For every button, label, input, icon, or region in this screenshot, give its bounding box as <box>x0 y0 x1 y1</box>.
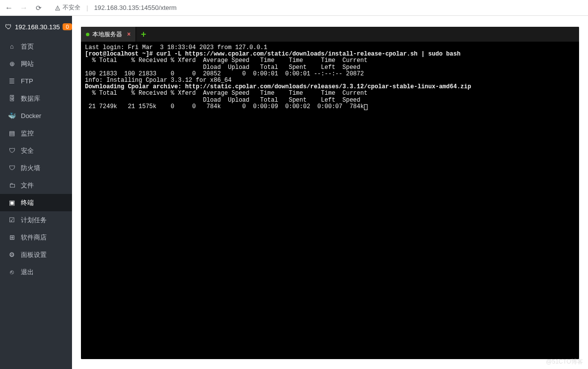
calendar-icon: ☑ <box>8 216 16 224</box>
sidebar-item-label: 防火墙 <box>21 164 40 173</box>
chart-icon: ▤ <box>8 129 16 137</box>
sidebar-item-label: 面板设置 <box>21 250 47 259</box>
watermark: @51CTO博客 <box>546 358 583 366</box>
server-icon: ☰ <box>8 77 16 85</box>
sidebar-item-db[interactable]: 🗄数据库 <box>0 90 72 107</box>
content-area: 本地服务器 × + Last login: Fri Mar 3 18:33:04… <box>72 16 588 369</box>
sidebar-item-label: 首页 <box>21 42 34 51</box>
terminal-tab-bar: 本地服务器 × + <box>81 27 579 42</box>
back-button[interactable]: ← <box>4 3 14 12</box>
sidebar-item-label: 终端 <box>21 198 34 207</box>
sidebar-item-grid[interactable]: ⊞软件商店 <box>0 229 72 246</box>
sidebar: 🛡 192.168.30.135 0 ⌂首页⊕网站☰FTP🗄数据库🐳Docker… <box>0 16 72 369</box>
home-icon: ⌂ <box>8 43 16 50</box>
shield-icon: 🛡 <box>8 147 16 154</box>
sidebar-badge[interactable]: 0 <box>63 23 72 30</box>
security-indicator[interactable]: 不安全 <box>55 3 80 12</box>
sidebar-item-label: 监控 <box>21 129 34 138</box>
sidebar-item-label: 网站 <box>21 60 34 68</box>
sidebar-item-label: 计划任务 <box>21 216 47 225</box>
forward-button[interactable]: → <box>19 3 29 12</box>
sidebar-header: 🛡 192.168.30.135 0 <box>0 16 72 38</box>
sidebar-item-calendar[interactable]: ☑计划任务 <box>0 211 72 229</box>
sidebar-item-label: FTP <box>21 77 33 85</box>
sidebar-item-docker[interactable]: 🐳Docker <box>0 107 72 124</box>
url-display[interactable]: 192.168.30.135:14550/xterm <box>94 4 176 11</box>
terminal-tab[interactable]: 本地服务器 × <box>81 27 136 42</box>
sidebar-item-label: Docker <box>21 112 41 120</box>
sidebar-item-shield[interactable]: 🛡安全 <box>0 142 72 159</box>
sidebar-item-folder[interactable]: 🗀文件 <box>0 177 72 194</box>
sidebar-item-home[interactable]: ⌂首页 <box>0 38 72 55</box>
terminal-icon: ▣ <box>8 199 16 206</box>
sidebar-item-globe[interactable]: ⊕网站 <box>0 55 72 72</box>
sidebar-item-label: 文件 <box>21 181 34 190</box>
close-tab-icon[interactable]: × <box>127 31 131 38</box>
reload-button[interactable]: ⟳ <box>34 4 44 12</box>
grid-icon: ⊞ <box>8 234 16 241</box>
globe-icon: ⊕ <box>8 60 16 67</box>
sidebar-item-terminal[interactable]: ▣终端 <box>0 194 72 211</box>
warning-icon <box>55 5 61 11</box>
sidebar-ip: 192.168.30.135 <box>15 23 60 31</box>
sidebar-item-fire[interactable]: 🛡防火墙 <box>0 159 72 177</box>
divider: | <box>86 4 88 11</box>
security-text: 不安全 <box>63 3 80 12</box>
sidebar-item-server[interactable]: ☰FTP <box>0 72 72 90</box>
url-port: :14550 <box>139 4 159 11</box>
url-path: /xterm <box>159 4 177 11</box>
browser-toolbar: ← → ⟳ 不安全 | 192.168.30.135:14550/xterm <box>0 0 588 16</box>
status-dot-icon <box>86 33 89 36</box>
sidebar-item-label: 软件商店 <box>21 233 47 242</box>
url-host: 192.168.30.135 <box>94 4 139 11</box>
new-tab-button[interactable]: + <box>136 27 151 42</box>
terminal-output[interactable]: Last login: Fri Mar 3 18:33:04 2023 from… <box>81 42 579 359</box>
db-icon: 🗄 <box>8 95 16 102</box>
sidebar-item-label: 数据库 <box>21 94 40 103</box>
sidebar-item-exit[interactable]: ⎋退出 <box>0 263 72 281</box>
tab-label: 本地服务器 <box>92 30 122 39</box>
terminal-panel: 本地服务器 × + Last login: Fri Mar 3 18:33:04… <box>81 27 579 359</box>
docker-icon: 🐳 <box>8 112 16 120</box>
sidebar-item-label: 安全 <box>21 146 34 155</box>
sidebar-item-gear[interactable]: ⚙面板设置 <box>0 246 72 263</box>
gear-icon: ⚙ <box>8 251 16 258</box>
exit-icon: ⎋ <box>8 268 16 276</box>
shield-icon: 🛡 <box>5 23 12 31</box>
fire-icon: 🛡 <box>8 164 16 172</box>
sidebar-item-label: 退出 <box>21 268 34 277</box>
folder-icon: 🗀 <box>8 182 16 189</box>
sidebar-item-chart[interactable]: ▤监控 <box>0 124 72 142</box>
